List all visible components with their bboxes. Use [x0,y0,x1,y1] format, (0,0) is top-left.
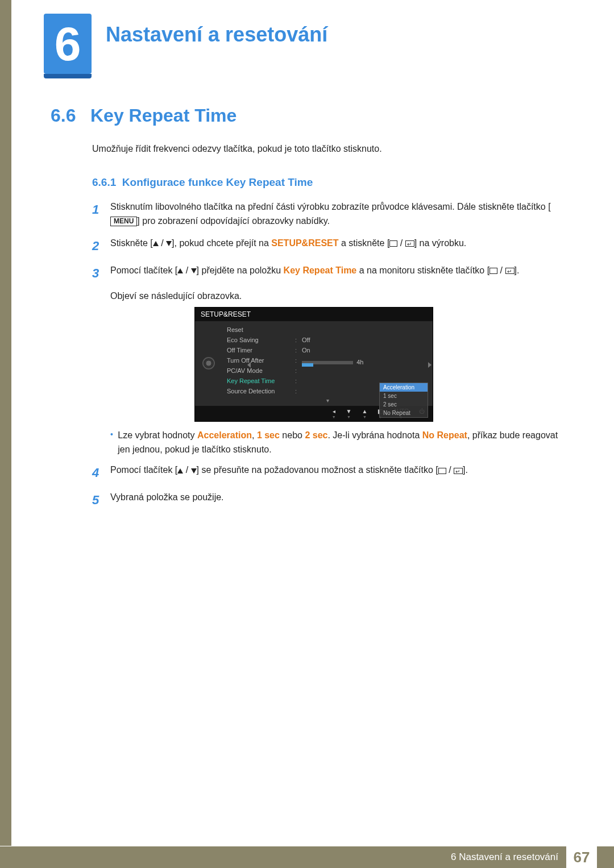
sidebar-stripe [0,0,11,846]
osd-screenshot: SETUP&RESET Reset Eco Saving:Off Off Tim… [194,307,433,422]
footer-label: 6 Nastavení a resetování [451,852,558,863]
down-icon [166,241,172,246]
osd-opt: 1 sec [380,392,428,400]
section-number: 6.6 [51,105,90,126]
chapter-title: Nastavení a resetování [106,23,327,47]
osd-row-reset: Reset [222,325,433,335]
osd-opt: 2 sec [380,400,428,409]
step-4: 4 Pomocí tlačítek [ / ] se přesuňte na p… [92,463,558,483]
step-num: 3 [92,264,110,283]
osd-row-turnoff: Turn Off After: 4h [222,355,433,366]
up-icon [177,268,183,273]
step-num: 2 [92,236,110,256]
enter-icon [505,268,515,274]
chapter-tab: 6 [44,14,92,74]
arrow-right-icon [428,362,432,368]
up-icon [153,241,159,246]
footer-bar: 6 Nastavení a resetování 67 [0,846,614,868]
osd-menu: Reset Eco Saving:Off Off Timer:On Turn O… [222,321,433,406]
enter-icon [405,240,414,247]
osd-btn-down: ▼▼ [346,408,352,419]
source-icon [389,240,397,247]
menu-icon: MENU [110,217,137,226]
osd-opt: No Repeat [380,409,428,417]
section-heading: 6.6Key Repeat Time [51,105,237,126]
down-icon [191,468,197,474]
subsection-title: Konfigurace funkce Key Repeat Time [122,176,313,188]
osd-row-offtimer: Off Timer:On [222,345,433,355]
source-icon [489,268,497,274]
osd-btn-up: ▲▼ [362,408,367,419]
step-num: 1 [92,200,110,229]
gear-icon [204,358,214,368]
subsection-heading: 6.6.1 Konfigurace funkce Key Repeat Time [92,176,313,189]
step-1: 1 Stisknutím libovolného tlačítka na pře… [92,200,558,229]
bullet-icon: • [110,429,118,457]
bullet-note: • Lze vybrat hodnoty Acceleration, 1 sec… [110,429,558,457]
osd-options-popup: Acceleration 1 sec 2 sec No Repeat [379,383,428,418]
osd-row-pcav: PC/AV Mode: [222,366,433,376]
osd-left-panel [195,321,222,406]
steps-container: 1 Stisknutím libovolného tlačítka na pře… [92,200,558,518]
osd-row-eco: Eco Saving:Off [222,335,433,345]
step-body: Stisknutím libovolného tlačítka na předn… [110,200,558,229]
arrow-left-icon [247,362,251,368]
section-title: Key Repeat Time [90,105,237,126]
step-body: Vybraná položka se použije. [110,491,558,510]
osd-btn-back: ◂▼ [332,408,336,419]
step-5: 5 Vybraná položka se použije. [92,491,558,510]
step-body: Pomocí tlačítek [ / ] přejděte na položk… [110,264,558,283]
step-num: 4 [92,463,110,483]
step-3: 3 Pomocí tlačítek [ / ] přejděte na polo… [92,264,558,283]
osd-caption: Objeví se následující obrazovka. [110,291,558,301]
intro-text: Umožňuje řídit frekvenci odezvy tlačítka… [92,144,382,154]
subsection-number: 6.6.1 [92,176,116,188]
enter-icon [454,468,463,474]
highlight: SETUP&RESET [271,238,338,248]
osd-header: SETUP&RESET [195,308,433,321]
up-icon [177,468,183,474]
chapter-tab-shadow [44,74,92,78]
page-number: 67 [566,846,597,868]
step-body: Pomocí tlačítek [ / ] se přesuňte na pož… [110,463,558,483]
chapter-number: 6 [55,16,81,72]
osd-body: Reset Eco Saving:Off Off Timer:On Turn O… [195,321,433,406]
step-num: 5 [92,491,110,510]
down-icon [191,268,197,273]
step-2: 2 Stiskněte [ / ], pokud chcete přejít n… [92,236,558,256]
source-icon [438,468,446,474]
step-body: Stiskněte [ / ], pokud chcete přejít na … [110,236,558,256]
highlight: Key Repeat Time [284,265,357,275]
osd-opt: Acceleration [380,383,428,392]
